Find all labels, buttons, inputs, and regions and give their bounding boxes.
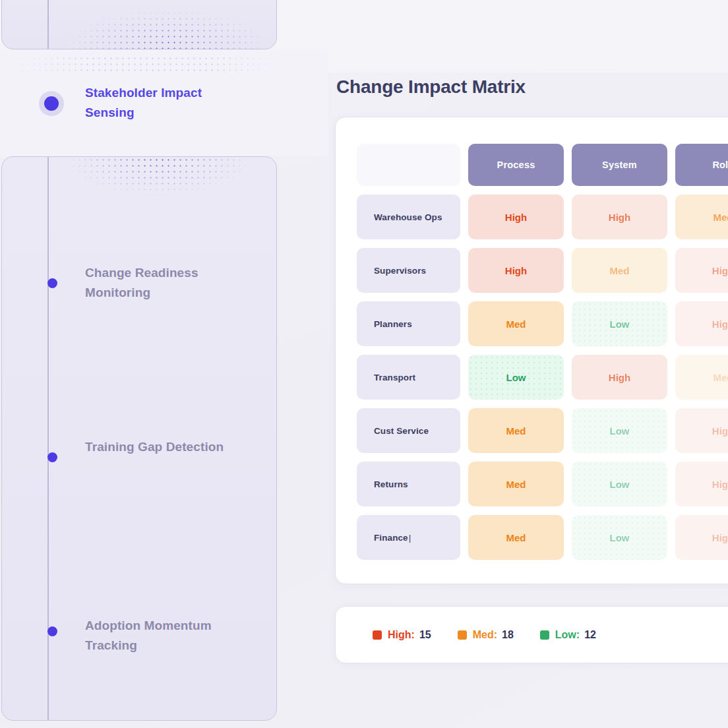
cell-value: Med <box>610 265 630 276</box>
matrix-row-label[interactable]: Cust Service <box>357 408 460 453</box>
step-dot-icon <box>47 278 57 288</box>
cell-value: Med <box>713 212 728 223</box>
cell-value: Low <box>610 479 630 490</box>
page-title: Change Impact Matrix <box>336 76 526 98</box>
cell-value: High <box>712 318 728 330</box>
legend-count: 18 <box>502 629 514 641</box>
legend-swatch-icon <box>373 630 382 640</box>
row-label-text: Transport <box>374 373 415 382</box>
legend-count: 12 <box>584 629 596 641</box>
legend-item: High:15 <box>373 629 431 641</box>
legend-item: Med:18 <box>458 629 514 641</box>
matrix-cell[interactable]: Med <box>468 515 564 560</box>
step-label: Training Gap Detection <box>85 437 231 457</box>
dots-decoration <box>71 157 247 204</box>
matrix-cell[interactable]: Low <box>572 462 667 506</box>
legend-label: High: <box>388 629 415 641</box>
legend-label: Low: <box>555 629 580 641</box>
cell-value: Low <box>610 532 630 543</box>
row-label-text: Supervisors <box>374 266 426 276</box>
matrix-row-label[interactable]: Warehouse Ops <box>357 195 460 239</box>
row-label-text: Warehouse Ops <box>374 212 442 222</box>
cell-value: Low <box>506 372 526 383</box>
cell-value: Med <box>506 425 526 437</box>
matrix-cell[interactable]: Low <box>468 355 564 400</box>
cell-value: High <box>609 212 630 223</box>
matrix-column-header: Process <box>468 144 564 186</box>
matrix-column-header: System <box>572 144 667 186</box>
row-label-text: Cust Service <box>374 426 429 436</box>
cell-value: High <box>712 532 728 543</box>
matrix-cell[interactable]: Med <box>468 408 564 453</box>
step-dot-icon <box>47 626 57 636</box>
sidebar-step-stakeholder-impact-sensing[interactable]: Stakeholder Impact Sensing <box>85 83 231 123</box>
cell-value: High <box>505 212 527 223</box>
matrix-column-header: Role <box>675 144 728 186</box>
row-label-text: Returns <box>374 479 408 489</box>
step-label: Stakeholder Impact Sensing <box>85 83 231 123</box>
matrix-cell[interactable]: High <box>572 195 667 239</box>
matrix-cell[interactable]: Low <box>572 301 667 346</box>
legend-card: High:15Med:18Low:12 <box>335 606 728 663</box>
cell-value: Med <box>506 318 526 330</box>
cell-value: High <box>505 265 527 276</box>
sidebar-step-change-readiness-monitoring[interactable]: Change Readiness Monitoring <box>85 263 231 303</box>
timeline-line <box>47 157 49 720</box>
step-dot-icon <box>44 96 59 111</box>
cell-value: Low <box>610 318 630 330</box>
timeline-line <box>47 0 49 49</box>
matrix-cell[interactable]: High <box>572 355 667 400</box>
matrix-row-label[interactable]: Transport <box>357 355 460 400</box>
page: { "sidebar": { "steps": [ { "label": "St… <box>0 0 728 728</box>
matrix-row-label[interactable]: Finance| <box>357 515 460 560</box>
legend-label: Med: <box>473 629 497 641</box>
cell-value: Med <box>506 532 526 543</box>
cell-value: High <box>712 425 728 437</box>
matrix-cell[interactable]: Low <box>572 408 667 453</box>
matrix-cell[interactable]: Med <box>675 195 728 239</box>
matrix-cell[interactable]: High <box>675 248 728 293</box>
matrix-cell[interactable]: High <box>675 408 728 453</box>
step-label: Adoption Momentum Tracking <box>85 616 231 655</box>
matrix-row-label[interactable]: Returns <box>357 462 460 506</box>
sidebar-step-adoption-momentum-tracking[interactable]: Adoption Momentum Tracking <box>85 616 231 655</box>
legend-item: Low:12 <box>540 629 596 641</box>
dots-decoration <box>13 55 277 73</box>
matrix-cell[interactable]: High <box>675 301 728 346</box>
matrix-cell[interactable]: High <box>675 462 728 506</box>
matrix-corner-cell <box>357 144 460 186</box>
cell-value: Low <box>610 425 630 437</box>
matrix-cell[interactable]: Med <box>572 248 667 293</box>
step-dot-icon <box>47 452 57 462</box>
text-cursor: | <box>409 533 411 543</box>
sidebar-card-top <box>1 0 277 49</box>
matrix-cell[interactable]: Low <box>572 515 667 560</box>
matrix-cell[interactable]: High <box>675 515 728 560</box>
matrix-cell[interactable]: High <box>468 248 564 293</box>
matrix-row-label[interactable]: Supervisors <box>357 248 460 293</box>
row-label-text: Finance <box>374 533 408 543</box>
row-label-text: Planners <box>374 319 412 329</box>
cell-value: Med <box>713 372 728 383</box>
legend-count: 15 <box>419 629 431 641</box>
legend-swatch-icon <box>540 630 549 640</box>
legend-swatch-icon <box>458 630 467 640</box>
matrix-row-label[interactable]: Planners <box>357 301 460 346</box>
sidebar-step-training-gap-detection[interactable]: Training Gap Detection <box>85 437 231 457</box>
impact-matrix: ProcessSystemRoleWarehouse OpsHighHighMe… <box>357 144 728 560</box>
cell-value: High <box>609 372 630 383</box>
cell-value: High <box>712 479 728 490</box>
matrix-cell[interactable]: Med <box>468 462 564 506</box>
cell-value: Med <box>506 479 526 490</box>
cell-value: High <box>712 265 728 276</box>
matrix-cell[interactable]: High <box>468 195 564 239</box>
matrix-cell[interactable]: Med <box>675 355 728 400</box>
dots-decoration <box>71 0 258 49</box>
step-label: Change Readiness Monitoring <box>85 263 231 303</box>
matrix-card: ProcessSystemRoleWarehouse OpsHighHighMe… <box>335 117 728 584</box>
matrix-cell[interactable]: Med <box>468 301 564 346</box>
